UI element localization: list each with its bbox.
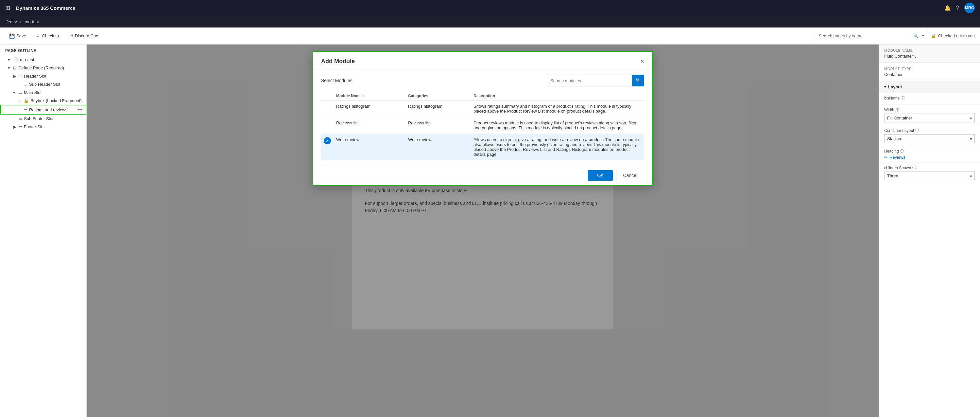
sidebar-item-main-slot[interactable]: ▾ ▭ Main Slot xyxy=(0,88,86,97)
sidebar-item-mo-test[interactable]: ▾ 📄 mo-test xyxy=(0,56,86,64)
container-layout-field: Container Layout ⓘ Stacked xyxy=(879,125,980,146)
modal-cancel-button[interactable]: Cancel xyxy=(616,170,644,181)
sidebar-label-header-slot: Header Slot xyxy=(24,73,84,78)
children-shown-select-wrap: Three xyxy=(884,171,975,181)
slot-icon-sub-footer: ▭ xyxy=(18,116,22,121)
nav-right-area: 🔔 ? MRG xyxy=(944,3,975,13)
slot-icon-main: ▭ xyxy=(18,90,22,95)
sidebar-item-footer-slot[interactable]: ▶ ▭ Footer Slot xyxy=(0,123,86,131)
sidebar-label-sub-footer-slot: Sub Footer Slot xyxy=(24,116,84,121)
width-select-wrap: Fill Container xyxy=(884,113,975,122)
sidebar-label-sub-header-slot: Sub Header Slot xyxy=(29,82,84,87)
toggle-mo-test[interactable]: ▾ xyxy=(8,57,13,62)
modal-top-row: Select Modules 🔍 xyxy=(321,75,644,86)
page-icon-mo-test: 📄 xyxy=(13,57,18,62)
heading-edit-link[interactable]: ✏ Reviews xyxy=(884,155,975,160)
col-header-check xyxy=(321,92,334,101)
user-avatar[interactable]: MRG xyxy=(964,3,975,13)
page-icon-default: ⊞ xyxy=(13,66,17,70)
row-check-reviews-list xyxy=(321,117,334,134)
col-header-module-name[interactable]: Module Name ↑ xyxy=(334,92,406,101)
discard-icon: ↺ xyxy=(69,34,73,38)
row-cat-write-review: Write review xyxy=(406,134,471,160)
children-shown-info-icon[interactable]: ⓘ xyxy=(912,165,916,170)
pages-search-input[interactable] xyxy=(819,34,913,38)
checkin-button[interactable]: ✓ Check In xyxy=(33,32,63,41)
container-layout-info-icon[interactable]: ⓘ xyxy=(915,128,919,133)
sidebar-item-header-slot[interactable]: ▶ ▭ Header Slot xyxy=(0,72,86,80)
modal-title: Add Module xyxy=(321,58,355,65)
width-info-icon[interactable]: ⓘ xyxy=(896,107,899,112)
sidebar-item-buybox[interactable]: ◌ 🔒 Buybox (Locked Fragment) xyxy=(0,97,86,105)
sort-icon[interactable]: ↑ xyxy=(363,94,364,98)
toggle-footer-slot[interactable]: ▶ xyxy=(13,125,18,129)
breadcrumb: fedev > mo-test xyxy=(0,16,980,27)
modal-close-button[interactable]: × xyxy=(640,58,644,65)
discard-button[interactable]: ↺ Discard Che xyxy=(65,32,102,41)
canvas: Select an element to configure Free 2-da… xyxy=(87,45,879,417)
row-check-write-review: ✓ xyxy=(321,134,334,160)
sidebar: Page Outline ▾ 📄 mo-test ▾ ⊞ Default Pag… xyxy=(0,45,87,417)
sidebar-label-default-page: Default Page (Required) xyxy=(18,66,84,70)
slot-icon-ratings: ▭ xyxy=(24,107,27,112)
table-row[interactable]: Reviews list Reviews list Product review… xyxy=(321,117,644,134)
col-header-description: Description xyxy=(471,92,644,101)
breadcrumb-part2[interactable]: mo-test xyxy=(24,19,38,24)
search-modules-button[interactable]: 🔍 xyxy=(632,75,644,86)
bisname-label: bisName ⓘ xyxy=(884,96,975,101)
pages-search-bar[interactable]: 🔍 ▾ xyxy=(816,31,927,41)
search-dropdown-icon[interactable]: ▾ xyxy=(920,34,924,38)
heading-info-icon[interactable]: ⓘ xyxy=(900,149,904,153)
save-button[interactable]: 💾 Save xyxy=(5,32,30,41)
pages-search-icon[interactable]: 🔍 xyxy=(913,34,918,38)
width-label: Width ⓘ xyxy=(884,107,975,112)
checkin-icon: ✓ xyxy=(37,34,41,38)
toggle-header-slot[interactable]: ▶ xyxy=(13,73,18,78)
toggle-main-slot[interactable]: ▾ xyxy=(13,90,18,95)
discard-label: Discard Che xyxy=(75,34,99,38)
sidebar-label-main-slot: Main Slot xyxy=(24,90,84,95)
help-icon[interactable]: ? xyxy=(956,5,959,11)
children-shown-label: children Shown ⓘ xyxy=(884,165,975,170)
children-shown-select[interactable]: Three xyxy=(884,171,975,181)
container-layout-select[interactable]: Stacked xyxy=(884,134,975,143)
selected-checkmark: ✓ xyxy=(324,137,331,144)
bisname-info-icon[interactable]: ⓘ xyxy=(901,96,904,101)
grid-icon[interactable]: ⊞ xyxy=(5,4,10,11)
layout-section-header[interactable]: ▾ Layout xyxy=(879,81,980,93)
sidebar-title: Page Outline xyxy=(0,45,86,56)
notification-icon[interactable]: 🔔 xyxy=(944,5,951,11)
sidebar-item-sub-header-slot[interactable]: ▭ Sub Header Slot xyxy=(0,80,86,88)
sidebar-item-default-page[interactable]: ▾ ⊞ Default Page (Required) xyxy=(0,64,86,72)
save-icon: 💾 xyxy=(9,34,15,38)
row-name-reviews-list: Reviews list xyxy=(334,117,406,134)
breadcrumb-part1[interactable]: fedev xyxy=(6,19,17,24)
right-panel-module-name-section: MODULE NAME Fluid Container 3 xyxy=(879,45,980,63)
col-header-categories: Categories xyxy=(406,92,471,101)
add-module-modal: Add Module × Select Modules 🔍 xyxy=(313,51,653,185)
module-type-value: Container xyxy=(884,72,975,77)
table-row[interactable]: ✓ Write review Write review Allows users… xyxy=(321,134,644,160)
toggle-buybox[interactable]: ◌ xyxy=(18,99,24,102)
width-select[interactable]: Fill Container xyxy=(884,113,975,122)
search-modules-input[interactable] xyxy=(547,78,632,83)
sidebar-label-footer-slot: Footer Slot xyxy=(24,125,84,129)
lock-icon: 🔒 xyxy=(931,34,936,38)
sidebar-label-mo-test: mo-test xyxy=(20,57,84,62)
sidebar-label-buybox: Buybox (Locked Fragment) xyxy=(30,98,84,103)
modal-ok-button[interactable]: OK xyxy=(588,170,613,181)
heading-value: Reviews xyxy=(889,155,905,160)
toggle-default-page[interactable]: ▾ xyxy=(8,66,13,70)
table-row[interactable]: Ratings histogram Ratings histogram Show… xyxy=(321,101,644,117)
app-title: Dynamics 365 Commerce xyxy=(16,5,76,11)
row-name-ratings-histogram: Ratings histogram xyxy=(334,101,406,117)
right-panel: MODULE NAME Fluid Container 3 Module Typ… xyxy=(879,45,980,417)
sidebar-label-ratings-reviews: Ratings and reviews xyxy=(29,107,76,112)
sidebar-item-ratings-reviews[interactable]: ▭ Ratings and reviews ••• xyxy=(0,105,86,115)
ratings-actions: ••• xyxy=(76,106,84,113)
row-cat-ratings-histogram: Ratings histogram xyxy=(406,101,471,117)
ratings-more-button[interactable]: ••• xyxy=(76,106,84,113)
modules-table: Module Name ↑ Categories Description xyxy=(321,92,644,160)
row-desc-write-review: Allows users to sign-in, give a rating, … xyxy=(471,134,644,160)
sidebar-item-sub-footer-slot[interactable]: ▭ Sub Footer Slot xyxy=(0,115,86,123)
